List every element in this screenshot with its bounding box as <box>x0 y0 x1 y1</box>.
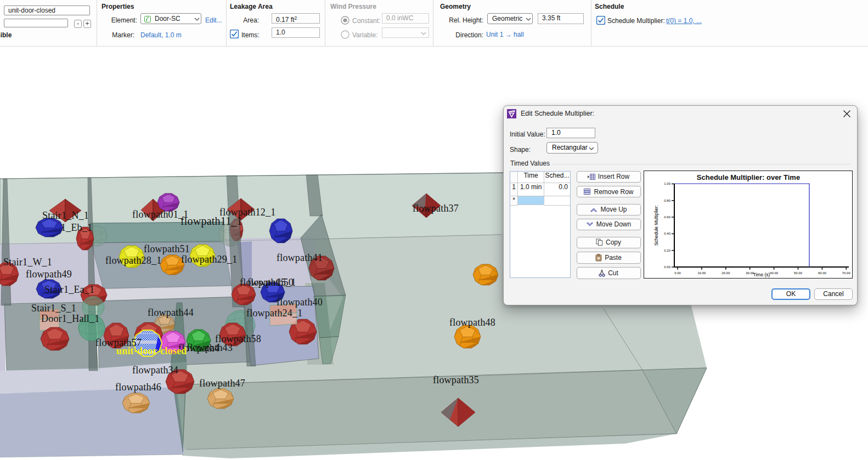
svg-text:Door1_Hall_1: Door1_Hall_1 <box>41 313 99 324</box>
svg-text:flowpath41: flowpath41 <box>277 252 323 263</box>
svg-text:flowpath49: flowpath49 <box>26 269 72 280</box>
svg-text:unit-door-closed: unit-door-closed <box>116 345 187 356</box>
svg-text:flowpath51: flowpath51 <box>144 243 190 254</box>
svg-text:flowpath34: flowpath34 <box>132 365 178 376</box>
svg-text:flowpath28_1: flowpath28_1 <box>105 255 161 266</box>
svg-text:Stair1_Ea_1: Stair1_Ea_1 <box>44 284 94 295</box>
svg-text:Time (s): Time (s) <box>753 272 770 277</box>
svg-text:flowpath48: flowpath48 <box>449 317 495 328</box>
svg-text:flowpath11_1: flowpath11_1 <box>181 215 243 228</box>
svg-text:flowpath37: flowpath37 <box>413 203 459 214</box>
svg-text:0.00: 0.00 <box>674 271 681 275</box>
svg-text:Stair1_S_1: Stair1_S_1 <box>31 303 76 314</box>
svg-text:flowpath35: flowpath35 <box>433 374 479 385</box>
svg-text:Stair1_W_1: Stair1_W_1 <box>3 257 52 268</box>
svg-text:flowpath46: flowpath46 <box>115 382 161 393</box>
svg-text:0.60: 0.60 <box>664 215 670 219</box>
svg-text:Schedule Multiplier:: Schedule Multiplier: <box>653 205 659 246</box>
svg-text:60.00: 60.00 <box>818 271 827 275</box>
svg-text:flowpath43: flowpath43 <box>187 342 233 353</box>
svg-text:0.40: 0.40 <box>664 232 670 235</box>
svg-text:50.00: 50.00 <box>794 271 803 275</box>
svg-text:70.00: 70.00 <box>842 271 851 275</box>
svg-text:flowpath50: flowpath50 <box>247 277 294 288</box>
svg-text:0.00: 0.00 <box>664 265 670 269</box>
svg-text:0.80: 0.80 <box>664 199 670 202</box>
svg-text:0.20: 0.20 <box>664 249 670 252</box>
svg-text:Stair1_N_1: Stair1_N_1 <box>42 210 89 221</box>
svg-text:flowpath44: flowpath44 <box>148 307 194 318</box>
svg-text:10.00: 10.00 <box>697 271 706 275</box>
svg-text:flowpath47: flowpath47 <box>199 378 245 389</box>
svg-text:Schedule Multiplier: over Time: Schedule Multiplier: over Time <box>697 173 800 181</box>
svg-text:flowpath29_1: flowpath29_1 <box>181 254 237 265</box>
svg-text:20.00: 20.00 <box>722 271 730 275</box>
svg-text:flowpath24_1: flowpath24_1 <box>246 308 302 319</box>
svg-text:40.00: 40.00 <box>770 271 779 275</box>
svg-text:flowpath40: flowpath40 <box>277 297 323 308</box>
svg-text:1.00: 1.00 <box>664 182 670 185</box>
svg-text:1_Eb_1: 1_Eb_1 <box>61 222 92 233</box>
